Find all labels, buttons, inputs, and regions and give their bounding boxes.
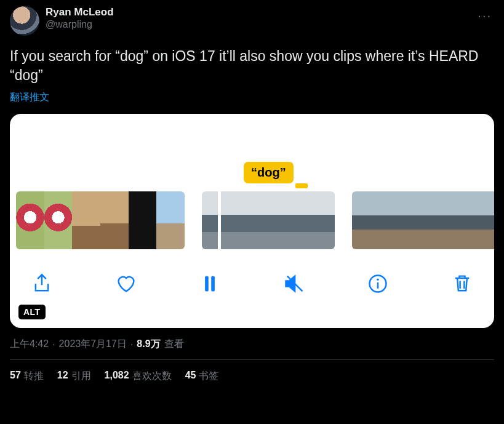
pause-button[interactable] <box>199 273 221 295</box>
info-icon <box>367 273 389 295</box>
stat-count: 45 <box>185 370 196 383</box>
speaker-muted-icon <box>283 273 305 295</box>
info-button[interactable] <box>367 273 389 295</box>
video-timeline[interactable] <box>10 191 494 249</box>
tweet-header: Ryan McLeod @warpling ··· <box>10 6 494 36</box>
clip-group[interactable] <box>16 191 185 249</box>
clip-frame <box>235 191 268 249</box>
clip-frame <box>156 191 185 249</box>
author-handle[interactable]: @warpling <box>46 18 114 30</box>
svg-point-3 <box>377 279 380 281</box>
tweet-time[interactable]: 上午4:42 <box>10 338 49 351</box>
clip-frame <box>268 191 302 249</box>
clip-frame <box>72 191 100 249</box>
clip-frame <box>458 191 485 249</box>
like-button[interactable] <box>115 273 137 295</box>
clip-frame <box>44 191 73 249</box>
quotes-stat[interactable]: 12 引用 <box>57 370 91 383</box>
retweets-stat[interactable]: 57 转推 <box>10 370 44 383</box>
stat-label: 转推 <box>24 370 44 383</box>
clip-frame <box>100 191 129 249</box>
more-options-button[interactable]: ··· <box>475 6 494 25</box>
clip-frame <box>16 191 44 249</box>
tweet-stats: 57 转推 12 引用 1,082 喜欢次数 45 书签 <box>10 370 494 383</box>
clip-group[interactable] <box>202 191 335 249</box>
clip-frame <box>486 191 494 249</box>
clip-frame <box>406 191 432 249</box>
views-label: 查看 <box>164 338 184 351</box>
author-display-name[interactable]: Ryan McLeod <box>46 6 114 18</box>
stat-label: 引用 <box>71 370 91 383</box>
mute-button[interactable] <box>283 273 305 295</box>
clip-frame <box>129 191 157 249</box>
tweet-date[interactable]: 2023年7月17日 <box>59 338 127 351</box>
stat-label: 喜欢次数 <box>132 370 172 383</box>
alt-text-badge[interactable]: ALT <box>18 305 46 319</box>
clip-frame <box>432 191 458 249</box>
tweet-text: If you search for “dog” on iOS 17 it’ll … <box>10 47 494 85</box>
pause-icon <box>199 273 221 295</box>
bookmarks-stat[interactable]: 45 书签 <box>185 370 219 383</box>
clip-frame <box>352 191 378 249</box>
trash-icon <box>451 273 473 295</box>
clip-frame <box>302 191 335 249</box>
heart-icon <box>115 273 137 295</box>
search-term-tooltip: “dog” <box>244 162 294 183</box>
likes-stat[interactable]: 1,082 喜欢次数 <box>105 370 172 383</box>
separator-dot: · <box>52 339 55 350</box>
playhead-flag-icon <box>295 183 308 188</box>
stat-count: 57 <box>10 370 21 383</box>
svg-rect-1 <box>211 276 215 292</box>
tweet-container: Ryan McLeod @warpling ··· If you search … <box>10 6 494 383</box>
clip-frame <box>378 191 405 249</box>
media-toolbar <box>10 249 494 328</box>
translate-tweet-link[interactable]: 翻译推文 <box>10 91 49 104</box>
share-icon <box>31 273 53 295</box>
delete-button[interactable] <box>451 273 473 295</box>
tooltip-area: “dog” <box>10 114 494 191</box>
avatar[interactable] <box>10 6 39 36</box>
share-button[interactable] <box>31 273 53 295</box>
author-names: Ryan McLeod @warpling <box>46 6 114 31</box>
stat-count: 12 <box>57 370 68 383</box>
playhead-indicator[interactable] <box>218 191 221 249</box>
svg-rect-0 <box>205 276 209 292</box>
stat-label: 书签 <box>199 370 218 383</box>
clip-group[interactable] <box>352 191 494 249</box>
views-count: 8.9万 <box>137 338 160 351</box>
media-inner: “dog” <box>10 114 494 328</box>
stat-count: 1,082 <box>105 370 129 383</box>
media-attachment[interactable]: “dog” <box>10 114 494 328</box>
divider <box>10 359 494 360</box>
tweet-meta: 上午4:42 · 2023年7月17日 · 8.9万 查看 <box>10 338 494 351</box>
separator-dot: · <box>130 339 133 350</box>
